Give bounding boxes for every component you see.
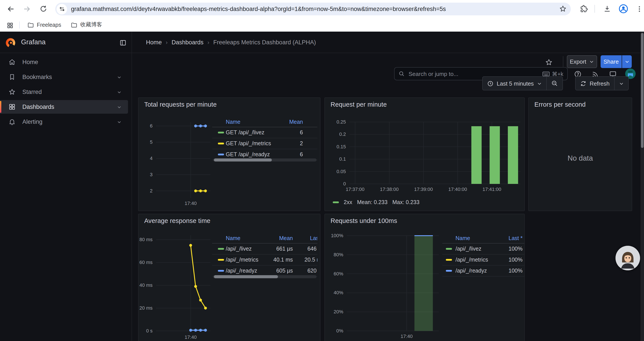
reload-icon[interactable] [38,4,49,14]
series-point [199,190,202,192]
legend-header-last[interactable]: Last * [474,235,522,241]
floating-assistant-avatar[interactable] [616,246,640,270]
legend-row[interactable]: /api/_/livez661 µs646 µs [212,244,318,254]
breadcrumb-dashboards[interactable]: Dashboards [172,39,204,46]
panel-title[interactable]: Errors per second [534,101,586,108]
bookmarks-bar: Freeleaps 收藏博客 [0,18,644,32]
breadcrumb-home[interactable]: Home [146,39,162,46]
time-controls: Last 5 minutes [482,76,563,90]
time-range-picker[interactable]: Last 5 minutes [483,77,546,90]
svg-text:0.1: 0.1 [339,156,346,162]
panel-request-per-minute: Request per minute 0.250.20.150.10.05017… [324,97,525,211]
grafana-logo[interactable] [5,37,16,48]
legend-header-last[interactable]: Last * [276,235,318,241]
share-button[interactable]: Share [600,55,622,68]
svg-text:0.05: 0.05 [336,169,346,174]
chevron-down-icon[interactable] [116,89,122,95]
refresh-button[interactable]: Refresh [576,77,614,90]
legend-scrollbar[interactable] [213,275,316,278]
legend-row[interactable]: GET /api/_/metrics2 [212,138,318,149]
legend-inline: 2xxMean: 0.233Max: 0.233 [333,199,420,205]
forward-icon[interactable] [22,4,32,14]
chevron-down-icon [590,59,594,64]
page-scrollbar[interactable] [640,32,644,341]
download-icon[interactable] [602,4,612,14]
svg-text:17:37:00: 17:37:00 [346,187,364,192]
no-data-message: No data [529,154,632,162]
apps-grid-icon[interactable] [5,21,14,30]
legend-row[interactable]: /api/_/readyz605 µs620 µs [212,265,318,276]
svg-text:0.2: 0.2 [339,131,346,137]
area-bar [414,236,433,331]
legend-header-name[interactable]: Name [226,235,240,241]
chevron-down-icon[interactable] [116,104,122,110]
series-color-swatch [218,270,224,272]
bookmark-folder-blogs[interactable]: 收藏博客 [68,20,105,30]
legend-row[interactable]: /api/_/metrics40.1 ms20.5 ms [212,254,318,265]
refresh-controls: Refresh [575,76,628,90]
legend-scrollbar-thumb[interactable] [214,275,278,278]
legend-header-row: NameMean [212,117,318,127]
panel-average-response-time: Average response time 80 ms60 ms40 ms20 … [138,214,320,341]
sidebar-item-bookmarks[interactable]: Bookmarks [0,70,128,84]
zoom-out-button[interactable] [546,77,562,90]
series-point [204,125,207,128]
legend-scrollbar[interactable] [213,158,316,162]
legend-row[interactable]: /api/_/livez100% [442,244,524,254]
legend-value-mean: 2 [255,140,303,147]
legend-header-name[interactable]: Name [456,235,470,241]
bar [508,126,518,184]
sidebar-toggle-icon[interactable] [118,38,127,47]
url-input[interactable] [71,6,544,12]
legend-header-name[interactable]: Name [226,119,240,125]
chart-total-requests: 6543217:40NameMeanGET /api/_/livez6GET /… [138,98,320,211]
legend-header-mean[interactable]: Mean [255,119,303,125]
svg-text:17:40:00: 17:40:00 [448,187,467,192]
chevron-down-icon [537,81,542,86]
legend-table: NameMeanLast */api/_/livez661 µs646 µs/a… [212,233,318,276]
profile-icon[interactable] [618,3,629,15]
legend-series-name[interactable]: 2xx [344,199,352,205]
series-color-swatch [218,154,224,155]
legend-table: NameMeanGET /api/_/livez6GET /api/_/metr… [212,117,318,160]
svg-text:17:40: 17:40 [184,201,196,206]
keyboard-shortcut: ⌘+k [542,71,563,77]
legend-value-last: 20.5 ms [276,257,318,263]
sidebar-item-home[interactable]: Home [0,55,128,69]
sidebar-item-alerting[interactable]: Alerting [0,115,128,129]
series-color-swatch [446,270,452,272]
back-icon[interactable] [5,4,16,14]
bookmark-star-icon[interactable] [559,5,567,13]
sidebar-item-starred[interactable]: Starred [0,85,128,99]
series-point [189,329,192,331]
browser-menu-icon[interactable] [634,4,644,14]
share-dropdown-button[interactable] [622,55,632,68]
sidebar-item-dashboards[interactable]: Dashboards [0,100,128,114]
home-icon [8,58,16,66]
legend-stat: Mean: 0.233 [357,199,388,205]
site-settings-icon[interactable] [56,4,67,14]
sidebar-divider [132,32,132,341]
refresh-interval-dropdown[interactable] [614,77,628,90]
svg-text:17:38:00: 17:38:00 [380,187,399,192]
bookmark-folder-freeleaps[interactable]: Freeleaps [24,20,64,30]
omnibox[interactable] [55,3,571,15]
folder-icon [27,21,34,28]
legend-row[interactable]: /api/_/metrics100% [442,254,524,265]
legend-row[interactable]: /api/_/readyz100% [442,265,524,276]
chevron-down-icon[interactable] [116,119,122,124]
zoom-out-icon [551,80,558,87]
legend-row[interactable]: GET /api/_/livez6 [212,127,318,138]
subheader-divider [563,56,563,68]
svg-text:3: 3 [150,172,152,177]
svg-text:20 ms: 20 ms [140,305,152,311]
series-point [199,125,202,128]
legend-scrollbar-thumb[interactable] [214,158,272,162]
chevron-down-icon[interactable] [116,74,122,80]
scrollbar-thumb[interactable] [641,33,644,148]
series-point [194,329,197,331]
export-button[interactable]: Export [567,55,597,68]
request-per-minute-plot: 0.250.20.150.10.05017:37:0017:38:0017:39… [325,98,525,211]
favorite-star-icon[interactable] [544,58,553,67]
extensions-icon[interactable] [579,4,589,14]
